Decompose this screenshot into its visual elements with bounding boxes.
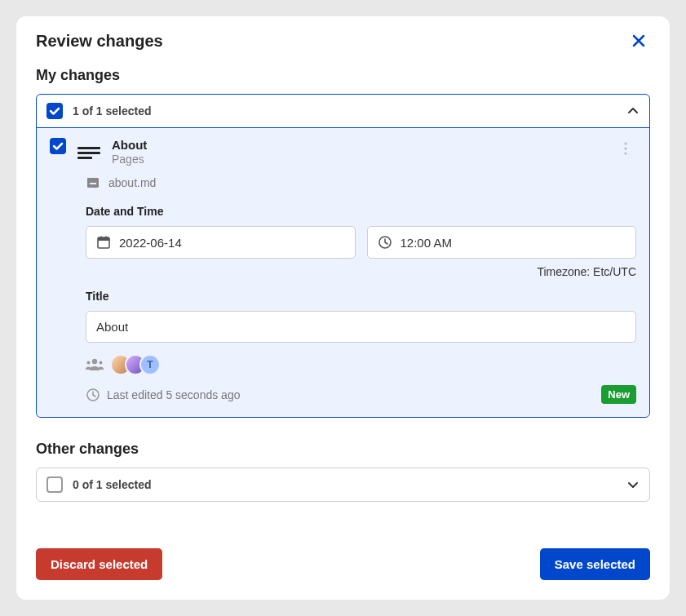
clock-icon: [378, 235, 392, 250]
discard-button[interactable]: Discard selected: [36, 548, 162, 580]
title-label: Title: [86, 290, 636, 303]
other-selected-count: 0 of 1 selected: [73, 478, 617, 491]
time-value: 12:00 AM: [401, 236, 452, 250]
date-input[interactable]: 2022-06-14: [86, 226, 356, 259]
last-edited: Last edited 5 seconds ago: [86, 388, 240, 402]
title-input[interactable]: About: [86, 311, 636, 343]
file-icon: [86, 175, 100, 190]
collaborator-avatars: T: [110, 354, 161, 375]
item-checkbox[interactable]: [50, 138, 66, 154]
check-icon: [52, 140, 64, 152]
title-value: About: [96, 320, 128, 334]
date-value: 2022-06-14: [119, 236, 182, 250]
avatar: T: [139, 354, 161, 375]
more-vertical-icon: [618, 141, 633, 156]
last-edited-text: Last edited 5 seconds ago: [107, 388, 240, 401]
svg-point-2: [624, 152, 626, 154]
file-row: about.md: [86, 175, 636, 190]
close-icon: [631, 33, 647, 49]
svg-point-1: [624, 147, 626, 149]
svg-point-13: [100, 361, 103, 365]
modal-title: Review changes: [36, 32, 163, 51]
page-icon: [77, 141, 100, 164]
svg-point-11: [92, 359, 97, 364]
other-changes-heading: Other changes: [36, 441, 650, 458]
datetime-label: Date and Time: [86, 205, 636, 218]
people-icon: [86, 357, 104, 372]
clock-icon: [86, 388, 100, 402]
item-title: About: [112, 138, 604, 152]
change-item: About Pages about.md Date and Time 2022-…: [37, 128, 649, 417]
my-changes-header[interactable]: 1 of 1 selected: [37, 95, 649, 128]
time-input[interactable]: 12:00 AM: [367, 226, 637, 259]
status-badge: New: [601, 385, 636, 404]
modal-header: Review changes: [36, 29, 650, 52]
modal-footer: Discard selected Save selected: [36, 548, 650, 580]
review-changes-modal: Review changes My changes 1 of 1 selecte…: [16, 16, 670, 600]
my-changes-group: 1 of 1 selected About Pages: [36, 94, 650, 418]
filename: about.md: [108, 176, 156, 189]
svg-point-12: [87, 361, 91, 365]
select-all-other-checkbox[interactable]: [46, 476, 63, 493]
item-more-button[interactable]: [615, 138, 636, 162]
calendar-icon: [96, 235, 111, 250]
my-selected-count: 1 of 1 selected: [73, 104, 617, 117]
save-button[interactable]: Save selected: [540, 548, 650, 580]
svg-rect-7: [98, 237, 109, 241]
svg-rect-5: [90, 183, 96, 184]
svg-point-0: [624, 142, 626, 144]
my-changes-heading: My changes: [36, 67, 650, 84]
close-button[interactable]: [627, 29, 650, 52]
item-subtitle: Pages: [112, 153, 604, 166]
chevron-up-icon: [626, 104, 640, 117]
other-changes-group: 0 of 1 selected: [36, 468, 650, 502]
svg-rect-4: [87, 178, 93, 181]
timezone-text: Timezone: Etc/UTC: [50, 265, 636, 278]
check-icon: [49, 105, 60, 117]
other-changes-header[interactable]: 0 of 1 selected: [37, 468, 649, 501]
select-all-my-checkbox[interactable]: [46, 103, 63, 119]
chevron-down-icon: [626, 478, 640, 491]
